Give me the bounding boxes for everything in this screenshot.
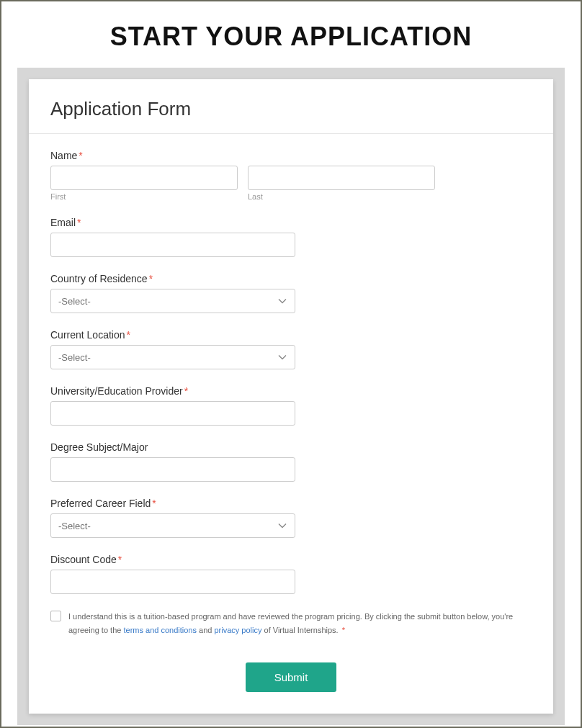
location-select-wrap: [50, 345, 295, 369]
university-label-text: University/Education Provider: [50, 385, 183, 397]
page-title: START YOUR APPLICATION: [1, 22, 581, 52]
submit-row: Submit: [50, 662, 532, 692]
name-row: First Last: [50, 166, 532, 201]
country-label: Country of Residence*: [50, 273, 532, 284]
location-select[interactable]: [50, 345, 295, 369]
first-name-sublabel: First: [50, 192, 238, 201]
required-asterisk: *: [77, 217, 81, 228]
agreement-text: I understand this is a tuition-based pro…: [68, 610, 532, 637]
name-field-group: Name* First Last: [50, 150, 532, 201]
location-field-group: Current Location*: [50, 329, 532, 369]
discount-label: Discount Code*: [50, 554, 532, 565]
career-select[interactable]: [50, 513, 295, 538]
form-card: Application Form Name* First Last Email: [29, 79, 553, 714]
discount-label-text: Discount Code: [50, 554, 117, 565]
first-name-col: First: [50, 166, 238, 201]
last-name-input[interactable]: [248, 166, 435, 190]
career-label-text: Preferred Career Field: [50, 498, 151, 509]
country-label-text: Country of Residence: [50, 273, 148, 284]
required-asterisk: *: [152, 498, 156, 509]
name-label: Name*: [50, 150, 532, 161]
career-select-wrap: [50, 513, 295, 538]
university-input[interactable]: [50, 401, 295, 426]
last-name-sublabel: Last: [248, 192, 435, 201]
email-label: Email*: [50, 217, 532, 228]
agreement-text-after: of Virtual Internships.: [261, 626, 340, 634]
submit-button[interactable]: Submit: [246, 662, 337, 692]
required-asterisk: *: [342, 626, 345, 634]
agreement-row: I understand this is a tuition-based pro…: [50, 610, 532, 637]
university-field-group: University/Education Provider*: [50, 385, 532, 426]
required-asterisk: *: [79, 150, 82, 161]
degree-input[interactable]: [50, 457, 295, 482]
agreement-checkbox[interactable]: [50, 611, 61, 621]
terms-link[interactable]: terms and conditions: [123, 626, 197, 634]
discount-input[interactable]: [50, 570, 295, 594]
agreement-and: and: [197, 626, 214, 634]
required-asterisk: *: [184, 385, 188, 397]
required-asterisk: *: [149, 273, 153, 284]
career-label: Preferred Career Field*: [50, 498, 532, 509]
email-label-text: Email: [50, 217, 76, 228]
email-input[interactable]: [50, 233, 295, 257]
career-field-group: Preferred Career Field*: [50, 498, 532, 538]
location-label-text: Current Location: [50, 329, 125, 341]
degree-label: Degree Subject/Major: [50, 441, 532, 453]
degree-field-group: Degree Subject/Major: [50, 441, 532, 482]
university-label: University/Education Provider*: [50, 385, 532, 397]
form-panel: Application Form Name* First Last Email: [17, 68, 565, 725]
country-field-group: Country of Residence*: [50, 273, 532, 313]
name-label-text: Name: [50, 150, 77, 161]
divider: [29, 133, 553, 134]
form-heading: Application Form: [50, 98, 532, 120]
discount-field-group: Discount Code*: [50, 554, 532, 594]
location-label: Current Location*: [50, 329, 532, 341]
degree-label-text: Degree Subject/Major: [50, 441, 148, 453]
country-select-wrap: [50, 289, 295, 313]
email-field-group: Email*: [50, 217, 532, 257]
first-name-input[interactable]: [50, 166, 238, 190]
required-asterisk: *: [127, 329, 130, 341]
last-name-col: Last: [248, 166, 435, 201]
required-asterisk: *: [118, 554, 122, 565]
privacy-link[interactable]: privacy policy: [214, 626, 261, 634]
country-select[interactable]: [50, 289, 295, 313]
